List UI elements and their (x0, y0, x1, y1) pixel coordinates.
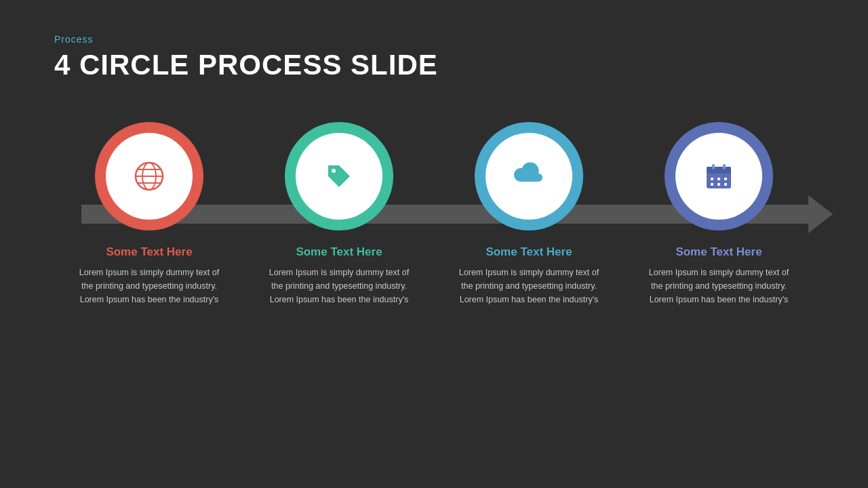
svg-rect-13 (711, 183, 713, 186)
circle-3-desc: Lorem Ipsum is simply dummy text of the … (454, 266, 604, 306)
circle-outer-1 (95, 122, 203, 230)
circle-inner-1 (106, 133, 193, 220)
svg-rect-7 (707, 167, 731, 174)
cloud-icon (513, 160, 545, 192)
svg-rect-15 (724, 183, 727, 186)
circle-outer-2 (285, 122, 393, 230)
svg-rect-14 (717, 183, 720, 186)
tag-icon (323, 160, 355, 192)
circle-item-1: Some Text Here Lorem Ipsum is simply dum… (75, 122, 224, 306)
circle-inner-4 (675, 133, 762, 220)
slide: Process 4 CIRCLE PROCESS SLIDE (0, 0, 868, 488)
circles-row: Some Text Here Lorem Ipsum is simply dum… (54, 122, 814, 306)
circle-1-desc: Lorem Ipsum is simply dummy text of the … (75, 266, 224, 306)
circle-1-title: Some Text Here (106, 245, 192, 259)
svg-rect-9 (723, 164, 726, 169)
circle-2-desc: Lorem Ipsum is simply dummy text of the … (264, 266, 414, 306)
subtitle: Process (54, 34, 814, 45)
circle-4-title: Some Text Here (675, 245, 762, 259)
circle-outer-4 (665, 122, 773, 230)
circle-item-3: Some Text Here Lorem Ipsum is simply dum… (454, 122, 604, 306)
svg-rect-12 (724, 178, 727, 180)
svg-rect-11 (717, 178, 720, 180)
circle-inner-2 (296, 133, 382, 220)
globe-icon (133, 160, 165, 192)
process-area: Some Text Here Lorem Ipsum is simply dum… (54, 122, 814, 306)
circle-item-2: Some Text Here Lorem Ipsum is simply dum… (264, 122, 414, 306)
svg-point-5 (332, 169, 336, 173)
circle-4-desc: Lorem Ipsum is simply dummy text of the … (644, 266, 793, 306)
circle-3-title: Some Text Here (486, 245, 572, 259)
circle-inner-3 (486, 133, 572, 220)
svg-rect-10 (711, 178, 713, 180)
page-title: 4 CIRCLE PROCESS SLIDE (54, 49, 814, 81)
circle-outer-3 (475, 122, 583, 230)
circle-2-title: Some Text Here (296, 245, 382, 259)
circle-item-4: Some Text Here Lorem Ipsum is simply dum… (644, 122, 793, 306)
svg-rect-8 (712, 164, 715, 169)
calendar-icon (703, 160, 735, 192)
